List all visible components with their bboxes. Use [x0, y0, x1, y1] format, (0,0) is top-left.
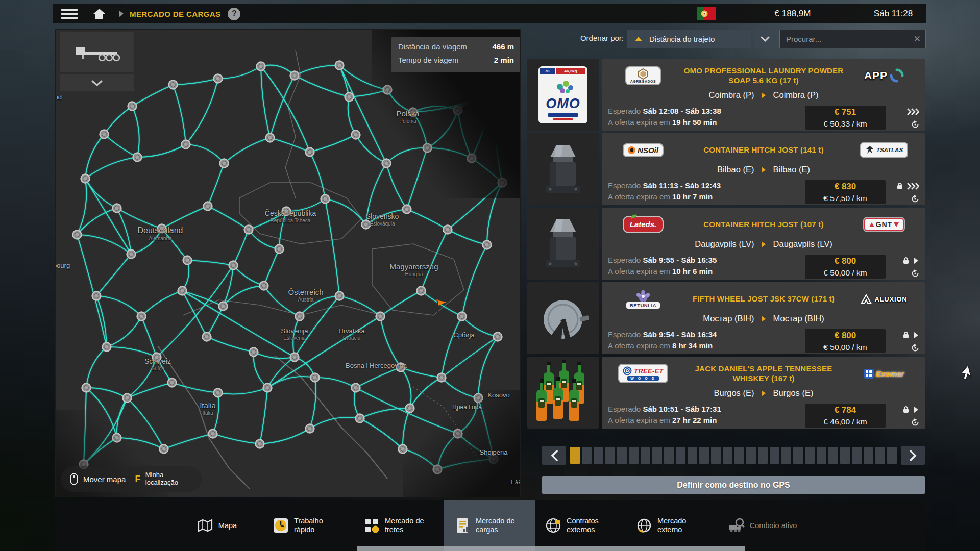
sort-dropdown-button[interactable]: [754, 30, 776, 48]
job-row[interactable]: BETUNLIA FIFTH WHEEL JOST JSK 37CW (171 …: [527, 282, 925, 354]
ets2-freight-market-screen: MERCADO DE CARGAS ? € 188,9M Sáb 11:28 P…: [0, 0, 980, 551]
page-square[interactable]: [641, 447, 650, 464]
job-details: TREE-ET W O O D JACK DANIEL'S APPLE TENN…: [602, 357, 925, 429]
expires-label: A oferta expira em: [608, 267, 670, 276]
tab-label: Trabalho rápido: [294, 517, 343, 534]
route-from: Daugavpils (LV): [695, 239, 754, 248]
price-box: € 800 € 50,00 / km: [805, 329, 886, 353]
page-square[interactable]: [817, 447, 826, 464]
page-square[interactable]: [594, 447, 603, 464]
set-gps-destination-button[interactable]: Definir como destino no GPS: [542, 476, 925, 494]
page-square[interactable]: [852, 447, 862, 464]
next-page-button[interactable]: [901, 446, 925, 465]
map-sea-shade: [403, 390, 520, 497]
page-square[interactable]: [746, 447, 756, 464]
game-clock: Sáb 11:28: [855, 4, 932, 23]
tab-label: Mercado externo: [657, 517, 706, 534]
move-map-hint: Mover mapa: [83, 475, 126, 484]
tab-mercado-externo[interactable]: Mercado externo: [626, 500, 717, 551]
map-hint-bar: Mover mapa F Minha localização: [61, 466, 202, 492]
page-square[interactable]: [652, 447, 662, 464]
page-square[interactable]: [828, 447, 838, 464]
page-square[interactable]: [711, 447, 721, 464]
tab-trabalho-rapido[interactable]: Trabalho rápido: [262, 500, 353, 551]
trailer-expand-button[interactable]: [60, 74, 134, 91]
sender-logo: BETUNLIA: [626, 290, 660, 309]
page-square[interactable]: [605, 447, 615, 464]
page-square[interactable]: [875, 447, 885, 464]
page-square[interactable]: [864, 447, 873, 464]
expected-label: Esperado: [608, 256, 641, 264]
route-arrow-icon: [762, 167, 766, 173]
world-map[interactable]: PolskaPolóniaDeutschlandAlemanhaČeská re…: [55, 29, 521, 497]
arrow-down-icon: [894, 222, 899, 227]
page-square[interactable]: [664, 447, 674, 464]
expected-value: Sáb 10:51 - Sáb 17:31: [643, 405, 721, 413]
job-title: FIFTH WHEEL JOST JSK 37CW (171 t): [678, 294, 849, 304]
job-route: Burgos (E) Burgos (E): [608, 388, 919, 400]
tab-contratos-externos[interactable]: Contratos externos: [535, 500, 626, 551]
job-list: 70 46,2kg OMO AGREGADOS: [527, 59, 925, 431]
page-square[interactable]: [629, 447, 639, 464]
scene-road-strip: [357, 546, 745, 551]
expires-label: A oferta expira em: [608, 416, 670, 424]
page-square[interactable]: [582, 447, 592, 464]
job-route: Мостар (BIH) Мостар (BIH): [608, 314, 919, 326]
fast-delivery-icon: [907, 182, 919, 190]
return-job-icon: [911, 120, 919, 129]
home-button[interactable]: [92, 8, 106, 20]
tab-mercado-de-cargas[interactable]: Mercado de cargas: [444, 500, 535, 551]
job-price: € 751: [805, 106, 886, 119]
tab-mapa[interactable]: Mapa: [172, 500, 262, 551]
page-square[interactable]: [734, 447, 744, 464]
chevron-left-icon: [550, 450, 558, 461]
search-input[interactable]: [780, 30, 925, 48]
job-price: € 784: [805, 404, 886, 417]
sort-dropdown[interactable]: Distância do trajeto: [627, 30, 751, 48]
cargo-image-container-hitch: [527, 208, 599, 280]
page-square[interactable]: [793, 447, 803, 464]
page-square[interactable]: [781, 447, 791, 464]
expected-value: Sáb 12:08 - Sáb 13:38: [643, 107, 721, 115]
page-square[interactable]: [840, 447, 850, 464]
page-square-active[interactable]: [570, 447, 580, 464]
menu-icon[interactable]: [61, 7, 78, 21]
job-rate-per-km: € 57,50 / km: [805, 193, 886, 204]
page-square[interactable]: [688, 447, 697, 464]
page-square[interactable]: [805, 447, 815, 464]
page-square[interactable]: [758, 447, 768, 464]
route-arrow-icon: [762, 390, 766, 396]
page-square[interactable]: [699, 447, 709, 464]
price-box: € 784 € 46,00 / km: [805, 404, 886, 428]
chevron-down-icon: [91, 80, 103, 86]
trailer-selector-button[interactable]: [60, 32, 134, 72]
job-details: BETUNLIA FIFTH WHEEL JOST JSK 37CW (171 …: [602, 282, 925, 354]
route-to: Мостар (BIH): [773, 314, 824, 323]
tab-comboio-ativo[interactable]: Comboio ativo: [717, 500, 807, 551]
job-details: Lateds. CONTAINER HITCH JOST (107 t) GNT…: [602, 208, 925, 280]
job-badges: [890, 404, 919, 430]
job-row[interactable]: NSOil CONTAINER HITCH JOST (141 t) TSATL…: [527, 133, 925, 205]
tab-mercado-de-fretes[interactable]: Mercado de fretes: [353, 500, 444, 551]
job-title: JACK DANIEL'S APPLE TENNESSEE WHISKEY (1…: [678, 364, 849, 384]
clock-icon: [273, 517, 289, 534]
job-row[interactable]: Lateds. CONTAINER HITCH JOST (107 t) GNT…: [527, 208, 925, 280]
chevron-down-icon: [761, 36, 770, 42]
cargo-image-fifth-wheel: [527, 282, 599, 354]
recipient-logo: Exomar: [864, 369, 904, 379]
page-square[interactable]: [723, 447, 732, 464]
search-clear-icon[interactable]: ✕: [914, 34, 921, 44]
job-row[interactable]: 70 46,2kg OMO AGREGADOS: [527, 59, 925, 131]
job-row[interactable]: TREE-ET W O O D JACK DANIEL'S APPLE TENN…: [527, 357, 925, 429]
page-square[interactable]: [887, 447, 897, 464]
help-button[interactable]: ?: [228, 8, 240, 20]
page-square[interactable]: [770, 447, 779, 464]
cargo-image-container-hitch: [527, 133, 599, 205]
page-square[interactable]: [676, 447, 685, 464]
prev-page-button[interactable]: [542, 446, 566, 465]
bottom-nav: Mapa Trabalho rápido Mercado de fretes M…: [55, 500, 925, 551]
tab-label: Contratos externos: [567, 517, 616, 534]
expected-value: Sáb 9:55 - Sáb 16:35: [643, 256, 717, 264]
page-square[interactable]: [617, 447, 627, 464]
route-from: Burgos (E): [714, 388, 754, 397]
